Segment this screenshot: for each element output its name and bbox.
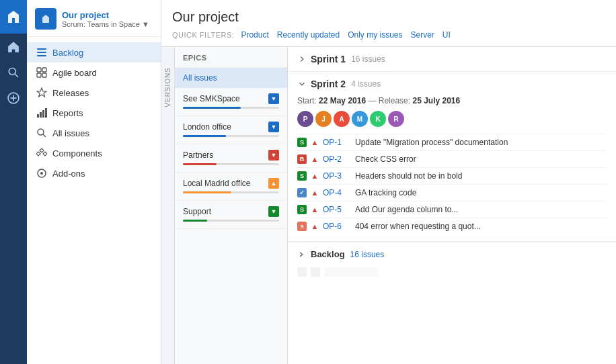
avatar-1: P xyxy=(297,111,313,127)
main-header: Our project QUICK FILTERS: Product Recen… xyxy=(161,0,616,47)
quick-filters-label: QUICK FILTERS: xyxy=(172,31,234,39)
issue-id-op3[interactable]: OP-3 xyxy=(323,171,351,181)
backlog-count: 16 issues xyxy=(350,250,385,259)
issue-id-op4[interactable]: OP-4 xyxy=(323,188,351,197)
svg-rect-17 xyxy=(45,108,47,118)
svg-rect-7 xyxy=(37,48,46,50)
issue-row-op1[interactable]: S ▲ OP-1 Update "Migration process" docu… xyxy=(297,134,607,150)
avatar-2: J xyxy=(315,111,332,127)
issue-type-task-op4: ✓ xyxy=(297,188,307,197)
sprint2-avatars: P J A M K R xyxy=(297,111,607,127)
project-subtitle: Scrum: Teams in Space ▼ xyxy=(62,20,149,28)
svg-rect-15 xyxy=(40,112,42,118)
avatar-5: K xyxy=(370,111,386,127)
backlog-title: Backlog xyxy=(311,249,345,259)
epic-badge-madrid[interactable]: ▲ xyxy=(268,178,279,189)
svg-rect-8 xyxy=(37,52,46,53)
sidebar-item-agile-board[interactable]: Agile board xyxy=(27,62,161,83)
sprint1-header[interactable]: Sprint 1 16 issues xyxy=(288,47,616,71)
sidebar-item-backlog[interactable]: Backlog xyxy=(27,42,161,62)
issue-type-story-op3: S xyxy=(297,171,307,181)
backlog-header: Backlog 16 issues xyxy=(297,249,607,259)
epic-item-smkspace: See SMKSpace ▼ xyxy=(175,88,287,116)
home-icon[interactable] xyxy=(0,35,27,59)
issue-row-op3[interactable]: S ▲ OP-3 Headers should not be in bold xyxy=(297,167,607,184)
content-area: VERSIONS EPICS All issues See SMKSpace ▼… xyxy=(161,47,616,364)
issue-title-op3: Headers should not be in bold xyxy=(355,171,607,181)
issue-type-story-op5: S xyxy=(297,205,307,214)
sidebar-item-components[interactable]: Components xyxy=(27,143,161,163)
epics-all-issues[interactable]: All issues xyxy=(175,68,287,88)
sprint2-section: Sprint 2 4 issues Start: 22 May 2016 — R… xyxy=(288,72,616,242)
sidebar-item-addons[interactable]: Add-ons xyxy=(27,163,161,183)
svg-line-19 xyxy=(43,134,46,137)
sprint2-count: 4 issues xyxy=(351,79,381,89)
sprint2-body: Start: 22 May 2016 — Release: 25 July 20… xyxy=(288,96,616,241)
svg-rect-16 xyxy=(42,110,44,118)
backlog-expand-icon[interactable] xyxy=(297,251,305,259)
svg-rect-13 xyxy=(42,73,46,77)
sidebar-item-releases[interactable]: Releases xyxy=(27,83,161,103)
sprint2-collapse-icon xyxy=(297,79,307,89)
quick-filter-product[interactable]: Product xyxy=(241,30,268,40)
quick-filter-only-my-issues[interactable]: Only my issues xyxy=(348,30,402,40)
issue-id-op5[interactable]: OP-5 xyxy=(323,205,351,214)
sidebar-item-reports[interactable]: Reports xyxy=(27,103,161,123)
quick-filters-bar: QUICK FILTERS: Product Recently updated … xyxy=(172,30,605,40)
project-name[interactable]: Our project xyxy=(62,10,149,20)
issue-id-op1[interactable]: OP-1 xyxy=(323,138,351,147)
sidebar: Our project Scrum: Teams in Space ▼ Back… xyxy=(27,0,161,364)
epic-badge-support[interactable]: ▼ xyxy=(268,206,279,217)
issue-priority-op1: ▲ xyxy=(311,138,319,146)
sidebar-item-all-issues[interactable]: All issues xyxy=(27,123,161,143)
sprint1-expand-icon xyxy=(297,54,307,64)
issue-row-op4[interactable]: ✓ ▲ OP-4 GA tracking code xyxy=(297,184,607,201)
chevron-down-icon[interactable]: ▼ xyxy=(142,20,149,28)
epic-item-london: London office ▼ xyxy=(175,116,287,144)
svg-rect-11 xyxy=(42,68,46,72)
sprint2-header[interactable]: Sprint 2 4 issues xyxy=(288,72,616,96)
epic-item-support: Support ▼ xyxy=(175,201,287,229)
issue-priority-op6: ▲ xyxy=(311,222,319,230)
avatar-3: A xyxy=(334,111,350,127)
svg-point-21 xyxy=(40,172,43,175)
issue-priority-op2: ▲ xyxy=(311,155,319,163)
icon-navigation xyxy=(0,0,27,364)
epic-badge-smkspace[interactable]: ▼ xyxy=(268,93,279,104)
sprint-panel: Sprint 1 16 issues Sprint 2 4 issues Sta… xyxy=(288,47,616,364)
sprint2-dates: Start: 22 May 2016 — Release: 25 July 20… xyxy=(297,96,607,105)
epics-header: EPICS xyxy=(175,47,287,68)
issue-type-subtask-op6: s xyxy=(297,222,307,231)
quick-filter-server[interactable]: Server xyxy=(411,30,434,40)
project-logo xyxy=(35,8,56,30)
issue-title-op6: 404 error when requesting a quot... xyxy=(355,222,607,231)
issue-row-op5[interactable]: S ▲ OP-5 Add Our agenda column to... xyxy=(297,201,607,218)
quick-filter-ui[interactable]: UI xyxy=(442,30,451,40)
issue-title-op2: Check CSS error xyxy=(355,154,607,164)
backlog-placeholder-row xyxy=(297,265,607,279)
issue-id-op6[interactable]: OP-6 xyxy=(323,222,351,231)
search-icon[interactable] xyxy=(0,60,27,85)
svg-point-18 xyxy=(38,129,44,135)
sprint1-section: Sprint 1 16 issues xyxy=(288,47,616,72)
issue-row-op6[interactable]: s ▲ OP-6 404 error when requesting a quo… xyxy=(297,218,607,234)
quick-filter-recently-updated[interactable]: Recently updated xyxy=(277,30,340,40)
epic-item-partners: Partners ▼ xyxy=(175,144,287,173)
issue-id-op2[interactable]: OP-2 xyxy=(323,154,351,164)
svg-rect-10 xyxy=(37,68,41,72)
sprint1-count: 16 issues xyxy=(351,54,385,64)
svg-rect-9 xyxy=(37,55,46,56)
main-content: Our project QUICK FILTERS: Product Recen… xyxy=(161,0,616,364)
svg-point-1 xyxy=(9,68,15,75)
epic-badge-partners[interactable]: ▼ xyxy=(268,150,279,161)
issue-title-op4: GA tracking code xyxy=(355,188,607,197)
add-icon[interactable] xyxy=(0,86,27,110)
issue-type-story-op1: S xyxy=(297,138,307,147)
versions-panel: VERSIONS xyxy=(161,47,175,364)
page-title: Our project xyxy=(172,9,605,25)
svg-rect-14 xyxy=(37,114,39,118)
svg-line-2 xyxy=(15,74,18,77)
issue-row-op2[interactable]: B ▲ OP-2 Check CSS error xyxy=(297,150,607,167)
issue-priority-op4: ▲ xyxy=(311,189,319,197)
epic-badge-london[interactable]: ▼ xyxy=(268,122,279,132)
